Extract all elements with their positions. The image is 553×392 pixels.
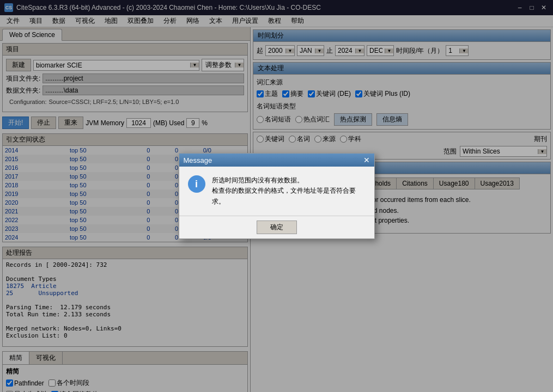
modal-overlay[interactable]: Message ✕ i 所选时间范围内没有有效数据。 检查你的数据文件的格式，文… [0,0,553,392]
modal-line2: 检查你的数据文件的格式，文件地址等是否符合要求。 [212,186,366,206]
modal-close-button[interactable]: ✕ [363,156,370,164]
modal-icon-label: i [195,179,198,190]
modal-dialog: Message ✕ i 所选时间范围内没有有效数据。 检查你的数据文件的格式，文… [179,153,375,239]
modal-body: i 所选时间范围内没有有效数据。 检查你的数据文件的格式，文件地址等是否符合要求… [179,167,374,216]
modal-ok-button[interactable]: 确定 [257,220,297,234]
modal-text-content: 所选时间范围内没有有效数据。 检查你的数据文件的格式，文件地址等是否符合要求。 [212,175,366,207]
modal-title: Message [184,156,212,164]
modal-footer: 确定 [179,216,374,238]
modal-title-bar: Message ✕ [179,154,374,167]
modal-info-icon: i [188,175,205,193]
modal-line1: 所选时间范围内没有有效数据。 [212,175,366,186]
